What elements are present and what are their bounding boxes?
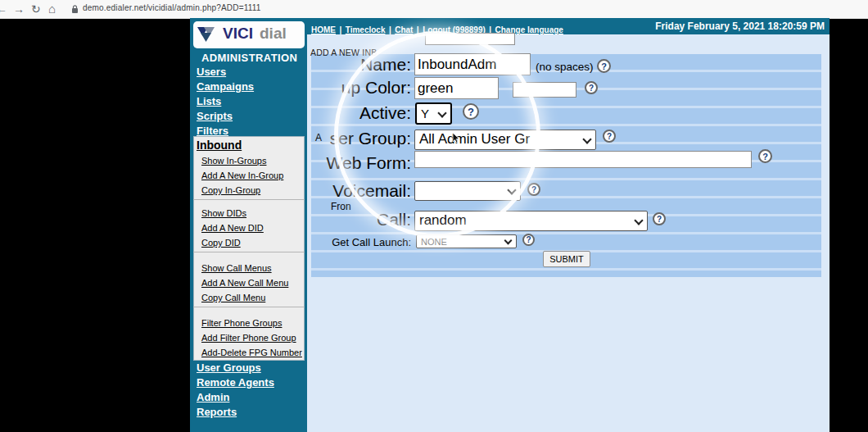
get-call-launch-select[interactable]: NONE (416, 234, 517, 248)
name-note: (no spaces) (536, 61, 594, 73)
vicidial-logo-icon (197, 26, 222, 43)
header-link-home[interactable]: HOME (311, 25, 336, 34)
web-form-help-icon[interactable]: ? (758, 149, 772, 163)
group-color-input[interactable] (414, 77, 499, 99)
voicemail-select[interactable] (414, 181, 521, 201)
user-group-label: ser Group: (247, 129, 411, 148)
submit-button[interactable]: SUBMIT (543, 251, 590, 267)
group-color-preview-input[interactable] (513, 82, 576, 98)
voicemail-label: Voicemail: (247, 181, 411, 201)
name-label: Name: (247, 55, 411, 75)
next-agent-call-select-value: random (419, 212, 467, 228)
chevron-down-icon (437, 108, 446, 117)
submenu-divider (193, 252, 305, 252)
back-icon[interactable]: ← (0, 1, 7, 17)
user-group-help-icon[interactable]: ? (603, 130, 616, 143)
refresh-icon[interactable]: ↻ (31, 1, 41, 17)
web-form-label: Web Form: (247, 153, 411, 173)
sidebar-item-copy-did[interactable]: Copy DID (201, 238, 241, 248)
address-bar[interactable]: demo.edialer.net/vicidial/admin.php?ADD=… (83, 3, 261, 12)
sidebar-item-show-dids[interactable]: Show DIDs (201, 208, 246, 218)
header-link-timeclock[interactable]: Timeclock (346, 25, 386, 34)
web-form-input[interactable] (414, 151, 752, 168)
active-label: Active: (247, 103, 411, 123)
active-select[interactable]: Y (415, 102, 452, 125)
sidebar-item-remote-agents[interactable]: Remote Agents (197, 376, 274, 389)
call-label: Call: (247, 210, 411, 230)
user-group-select-value: All Admin User Gr (419, 131, 530, 147)
group-color-help-icon[interactable]: ? (585, 81, 598, 94)
lock-icon (71, 5, 79, 14)
forward-icon[interactable]: → (13, 1, 25, 17)
sidebar-item-lists[interactable]: Lists (197, 95, 221, 107)
sidebar-item-reports[interactable]: Reports (197, 406, 237, 418)
logo-text-vici: VICI (223, 25, 253, 43)
sidebar-item-add-call-menu[interactable]: Add A New Call Menu (201, 278, 288, 288)
sidebar-item-admin[interactable]: Admin (197, 391, 229, 403)
next-agent-call-select[interactable]: random (414, 211, 648, 231)
header-separator: | (389, 25, 391, 34)
logo-text-dial: dial (260, 25, 287, 43)
get-call-launch-label: Get Call Launch: (247, 236, 411, 248)
sidebar-item-users[interactable]: Users (197, 66, 226, 78)
header-datetime: Friday February 5, 2021 18:20:59 PM (655, 20, 825, 32)
sidebar-item-filter-phone-groups[interactable]: Filter Phone Groups (201, 318, 282, 328)
header-separator: | (417, 25, 419, 34)
sidebar-item-scripts[interactable]: Scripts (197, 110, 233, 122)
get-call-launch-select-value: NONE (421, 237, 447, 247)
page-header-bar: HOME | Timeclock | Chat | Logout (998899… (307, 18, 830, 34)
sidebar-item-show-call-menus[interactable]: Show Call Menus (201, 263, 272, 273)
chevron-down-icon (582, 134, 591, 143)
active-select-value: Y (421, 107, 429, 121)
chevron-down-icon (504, 236, 513, 244)
user-group-select[interactable]: All Admin User Gr (414, 130, 596, 150)
chevron-down-icon (634, 216, 643, 225)
group-color-label: up Color: (247, 78, 411, 98)
mouse-cursor (452, 133, 460, 143)
sidebar-item-add-filter-phone-group[interactable]: Add Filter Phone Group (201, 333, 296, 343)
name-input[interactable] (414, 53, 531, 75)
sidebar-item-user-groups[interactable]: User Groups (197, 362, 261, 374)
sidebar-item-copy-call-menu[interactable]: Copy Call Menu (201, 293, 265, 302)
header-link-chat[interactable]: Chat (395, 25, 413, 34)
get-call-launch-help-icon[interactable]: ? (522, 234, 535, 246)
vicidial-logo: VICI dial (193, 21, 305, 48)
home-icon[interactable]: ⌂ (48, 1, 56, 17)
active-help-icon[interactable]: ? (463, 103, 479, 120)
call-help-icon[interactable]: ? (653, 212, 666, 225)
submenu-divider (193, 307, 305, 307)
browser-toolbar: ← → ↻ ⌂ demo.edialer.net/vicidial/admin.… (0, 0, 868, 19)
chevron-down-icon (507, 185, 516, 194)
name-help-icon[interactable]: ? (597, 59, 611, 73)
sidebar-item-inbound[interactable]: Inbound (197, 139, 242, 152)
sidebar-item-campaigns[interactable]: Campaigns (197, 80, 254, 93)
voicemail-help-icon[interactable]: ? (527, 183, 540, 196)
sidebar-item-filters[interactable]: Filters (197, 125, 228, 137)
group-id-partial-input[interactable] (425, 33, 515, 45)
sidebar-item-add-delete-fpg-number[interactable]: Add-Delete FPG Number (201, 348, 302, 357)
header-separator: | (339, 25, 341, 34)
